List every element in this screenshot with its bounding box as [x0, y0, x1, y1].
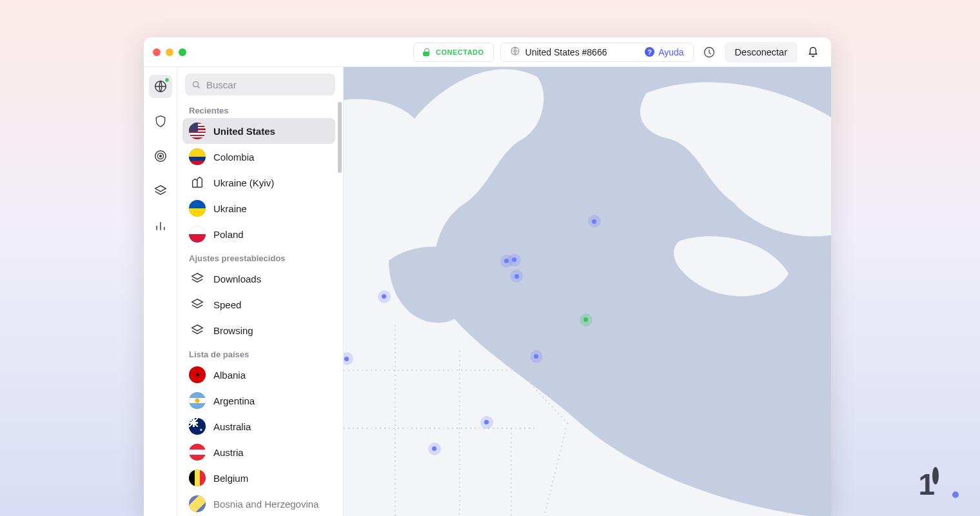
preset-label: Downloads [213, 273, 261, 284]
country-item-austria[interactable]: Austria [182, 439, 335, 465]
country-item-argentina[interactable]: Argentina [182, 388, 335, 413]
svg-point-5 [159, 155, 161, 157]
server-sidebar: Buscar Recientes United States Colombia [177, 67, 344, 516]
country-label: Colombia [213, 152, 254, 163]
preset-label: Speed [213, 299, 241, 310]
map-view[interactable] [344, 67, 831, 516]
disconnect-button[interactable]: Desconectar [725, 42, 798, 63]
section-title-countries: Lista de países [182, 343, 335, 362]
country-label: Poland [213, 229, 244, 240]
threat-protection-icon[interactable] [700, 43, 718, 61]
search-icon [191, 80, 201, 90]
layers-icon [189, 296, 206, 313]
svg-point-6 [193, 81, 199, 86]
close-window-button[interactable] [153, 48, 161, 56]
scrollbar-thumb[interactable] [338, 102, 342, 173]
map-land [344, 67, 831, 516]
search-placeholder: Buscar [206, 79, 237, 90]
map-node[interactable] [500, 255, 513, 268]
server-scroll[interactable]: Recientes United States Colombia Ukraine… [182, 99, 338, 516]
help-label: Ayuda [658, 47, 683, 57]
map-node[interactable] [510, 270, 523, 283]
layers-icon [189, 322, 206, 339]
rail-item-target[interactable] [149, 144, 172, 168]
country-label: Bosnia and Herzegovina [213, 499, 318, 510]
connection-status-label: CONECTADO [436, 48, 484, 56]
connection-status-pill: CONECTADO [413, 43, 494, 62]
map-node-active[interactable] [580, 313, 593, 326]
country-label: Ukraine (Kyiv) [213, 177, 274, 188]
globe-icon [510, 46, 520, 59]
rail-item-connection[interactable] [149, 75, 172, 98]
map-node[interactable] [378, 290, 391, 303]
preset-label: Browsing [213, 325, 253, 336]
watermark-ring-icon [932, 467, 939, 484]
maximize-window-button[interactable] [179, 48, 186, 56]
layers-icon [189, 270, 206, 287]
recent-item-colombia[interactable]: Colombia [182, 144, 335, 170]
country-label: Argentina [213, 395, 255, 406]
map-node[interactable] [428, 442, 441, 455]
section-title-presets: Ajustes preestablecidos [182, 247, 335, 266]
notifications-button[interactable] [804, 43, 822, 61]
minimize-window-button[interactable] [166, 48, 173, 56]
country-label: Belgium [213, 473, 248, 484]
flag-icon-at [189, 444, 206, 461]
recent-item-united-states[interactable]: United States [182, 118, 335, 144]
watermark-logo: 1 [918, 467, 961, 502]
app-body: Buscar Recientes United States Colombia [144, 67, 831, 516]
flag-icon-us [189, 123, 206, 139]
server-name-label: United States #8666 [525, 47, 607, 57]
recent-item-poland[interactable]: Poland [182, 221, 335, 247]
rail-item-shield[interactable] [149, 110, 172, 133]
country-label: United States [213, 126, 275, 137]
flag-icon-ar [189, 392, 206, 409]
flag-icon-ba [189, 495, 206, 512]
preset-item-browsing[interactable]: Browsing [182, 317, 335, 343]
country-item-bosnia[interactable]: Bosnia and Herzegovina [182, 491, 335, 516]
watermark-dot-icon [952, 491, 959, 498]
flag-icon-pl [189, 226, 206, 243]
flag-icon-al [189, 366, 206, 383]
rail-item-layers[interactable] [149, 179, 172, 203]
map-node[interactable] [588, 215, 601, 228]
country-item-belgium[interactable]: Belgium [182, 465, 335, 491]
country-label: Austria [213, 447, 244, 458]
app-window: CONECTADO United States #8666 ? Ayuda De… [144, 37, 831, 516]
country-item-australia[interactable]: Australia [182, 413, 335, 439]
search-input[interactable]: Buscar [185, 74, 335, 95]
recent-item-ukraine[interactable]: Ukraine [182, 195, 335, 221]
help-icon: ? [645, 47, 654, 57]
country-item-albania[interactable]: Albania [182, 362, 335, 388]
preset-item-speed[interactable]: Speed [182, 292, 335, 317]
preset-item-downloads[interactable]: Downloads [182, 266, 335, 292]
section-title-recents: Recientes [182, 99, 335, 118]
flag-icon-ua [189, 200, 206, 217]
nav-rail [144, 67, 177, 516]
rail-item-stats[interactable] [149, 214, 172, 237]
country-label: Australia [213, 421, 251, 432]
active-indicator-dot [164, 77, 170, 83]
flag-icon-au [189, 418, 206, 435]
help-link[interactable]: ? Ayuda [645, 47, 683, 57]
lock-icon [423, 48, 429, 56]
traffic-lights [153, 48, 186, 56]
flag-icon-co [189, 148, 206, 165]
country-label: Albania [213, 370, 246, 381]
map-node[interactable] [530, 350, 543, 363]
server-info-pill[interactable]: United States #8666 ? Ayuda [500, 43, 694, 62]
city-icon [189, 174, 206, 191]
flag-icon-be [189, 470, 206, 486]
recent-item-ukraine-kyiv[interactable]: Ukraine (Kyiv) [182, 170, 335, 195]
titlebar: CONECTADO United States #8666 ? Ayuda De… [144, 37, 831, 67]
map-node[interactable] [480, 416, 493, 429]
country-label: Ukraine [213, 203, 247, 214]
